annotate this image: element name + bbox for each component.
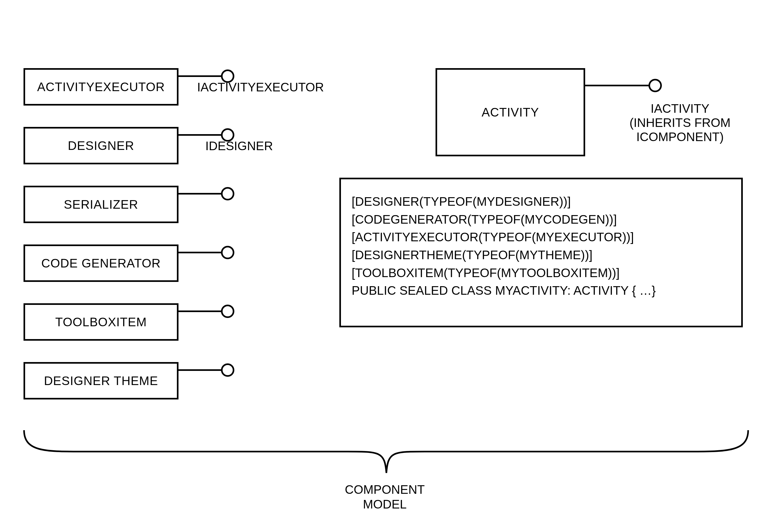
code-line: PUBLIC SEALED CLASS MYACTIVITY: ACTIVITY… xyxy=(352,282,731,300)
code-line: [DESIGNERTHEME(TYPEOF(MYTHEME))] xyxy=(352,246,731,264)
box-label: DESIGNER THEME xyxy=(44,374,158,388)
code-line: [ACTIVITYEXECUTOR(TYPEOF(MYEXECUTOR))] xyxy=(352,228,731,246)
box-label: TOOLBOXITEM xyxy=(55,315,147,329)
box-designer: DESIGNER xyxy=(24,127,178,164)
svg-point-7 xyxy=(222,247,234,258)
iface-iactivity: IACTIVITY (INHERITS FROM ICOMPONENT) xyxy=(619,102,741,144)
iface-idesigner: IDESIGNER xyxy=(191,139,287,153)
box-activity: ACTIVITY xyxy=(436,68,585,156)
box-label: DESIGNER xyxy=(68,138,134,153)
box-label: ACTIVITYEXECUTOR xyxy=(37,80,165,94)
diagram-canvas: ACTIVITYEXECUTOR IACTIVITYEXECUTOR DESIG… xyxy=(0,0,773,532)
code-line: [CODEGENERATOR(TYPEOF(MYCODEGEN))] xyxy=(352,211,731,228)
svg-point-13 xyxy=(649,80,661,91)
box-label: ACTIVITY xyxy=(481,105,539,119)
iface-iactivityexecutor: IACTIVITYEXECUTOR xyxy=(191,80,330,94)
box-code-generator: CODE GENERATOR xyxy=(24,244,178,282)
code-line: [DESIGNER(TYPEOF(MYDESIGNER))] xyxy=(352,193,731,211)
box-serializer: SERIALIZER xyxy=(24,186,178,223)
code-line: [TOOLBOXITEM(TYPEOF(MYTOOLBOXITEM))] xyxy=(352,264,731,282)
svg-point-9 xyxy=(222,305,234,317)
box-toolboxitem: TOOLBOXITEM xyxy=(24,303,178,341)
box-activityexecutor: ACTIVITYEXECUTOR xyxy=(24,68,178,106)
box-label: CODE GENERATOR xyxy=(41,256,161,270)
box-label: SERIALIZER xyxy=(64,197,138,212)
caption-component-model: COMPONENT MODEL xyxy=(315,482,454,512)
box-designer-theme: DESIGNER THEME xyxy=(24,362,178,399)
svg-point-11 xyxy=(222,364,234,376)
svg-point-5 xyxy=(222,188,234,200)
code-box: [DESIGNER(TYPEOF(MYDESIGNER))] [CODEGENE… xyxy=(339,178,743,327)
